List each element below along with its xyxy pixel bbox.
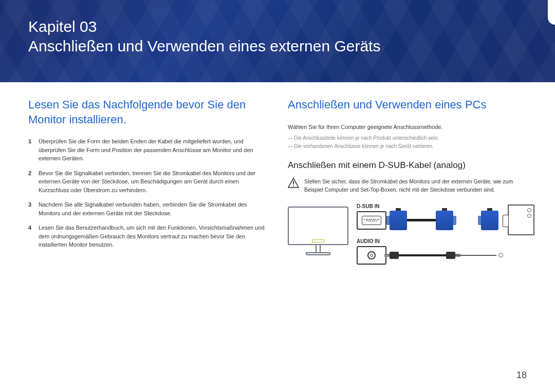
chapter-title: Anschließen und Verwenden eines externen… (28, 38, 527, 55)
note-item: Die Anschlussteile können je nach Produk… (288, 135, 527, 141)
step-item: Überprüfen Sie die Form der beiden Enden… (28, 137, 267, 163)
dsub-label: D-SUB IN (357, 203, 379, 209)
warning-icon (288, 178, 299, 188)
audio-label: AUDIO IN (357, 238, 380, 244)
left-column: Lesen Sie das Nachfolgende bevor Sie den… (28, 98, 267, 281)
warning-box: Stellen Sie sicher, dass die Stromkabel … (288, 178, 527, 194)
audio-plug (446, 252, 455, 259)
install-steps: Überprüfen Sie die Form der beiden Enden… (28, 137, 267, 249)
audio-port (357, 246, 386, 265)
dsub-port (357, 211, 386, 230)
pc-illustration (508, 204, 534, 235)
dsub-cable (407, 219, 436, 221)
subsection-heading: Anschließen mit einem D-SUB-Kabel (analo… (288, 160, 527, 171)
section-heading-left: Lesen Sie das Nachfolgende bevor Sie den… (28, 98, 267, 127)
chapter-number: Kapitel 03 (28, 18, 527, 35)
monitor-illustration (288, 207, 348, 258)
vga-connector (436, 211, 453, 230)
pc-audio-jack (498, 253, 503, 257)
intro-text: Wählen Sie für Ihren Computer geeignete … (288, 123, 527, 132)
chapter-banner: Kapitel 03 Anschließen und Verwenden ein… (0, 0, 555, 82)
note-item: Die vorhandenen Anschlüsse können je nac… (288, 143, 527, 149)
connection-diagram: D-SUB IN AUDIO IN (288, 203, 534, 281)
audio-cable (399, 254, 446, 256)
step-item: Lesen Sie das Benutzerhandbuch, um sich … (28, 223, 267, 249)
svg-point-1 (293, 185, 294, 186)
step-item: Bevor Sie die Signalkabel verbinden, tre… (28, 169, 267, 195)
right-column: Anschließen und Verwenden eines PCs Wähl… (288, 98, 527, 281)
warning-text: Stellen Sie sicher, dass die Stromkabel … (304, 178, 527, 194)
step-item: Nachdem Sie alle Signalkabel verbunden h… (28, 200, 267, 217)
audio-wire (455, 255, 496, 256)
page-content: Lesen Sie das Nachfolgende bevor Sie den… (0, 82, 555, 281)
vga-connector (390, 211, 407, 230)
section-heading-right: Anschließen und Verwenden eines PCs (288, 98, 527, 113)
page-number: 18 (516, 370, 527, 381)
vga-connector (481, 211, 498, 230)
audio-plug (390, 252, 399, 259)
